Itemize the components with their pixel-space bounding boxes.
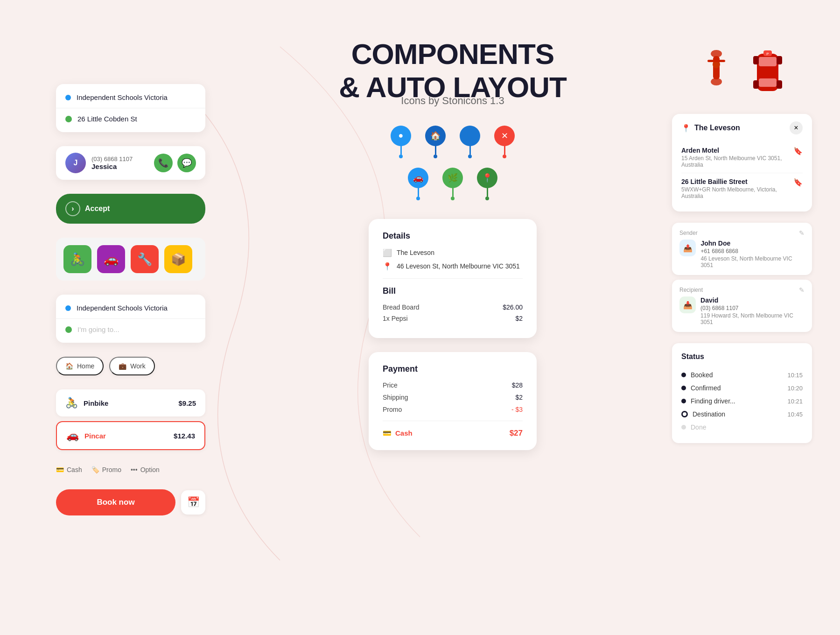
bill-row-2: 1x Pepsi $2 — [383, 315, 523, 322]
from-row-2: Independent Schools Victoria — [56, 297, 205, 318]
recipient-addr: 119 Howard St, North Melbourne VIC 3051 — [700, 312, 805, 325]
payment-shipping-row: Shipping $2 — [383, 394, 523, 401]
location-1-name: Arden Motel — [681, 147, 793, 154]
from-dot-2 — [65, 305, 71, 311]
bill-value-2: $2 — [515, 315, 523, 322]
pins-row-top: ● 🏠 👤 ✕ — [391, 126, 515, 158]
service-package-icon[interactable]: 📦 — [164, 245, 192, 273]
cash-icon-small: 💳 — [383, 429, 392, 437]
location-header: 📍 The Leveson × — [681, 121, 803, 134]
svg-rect-6 — [759, 57, 777, 66]
location-item-1-text: Arden Motel 15 Arden St, North Melbourne… — [681, 147, 793, 168]
sender-icon-row: 📤 John Doe +61 6868 6868 46 Leveson St, … — [679, 240, 805, 268]
place-icon: ⬜ — [383, 248, 392, 257]
work-link[interactable]: 💼 Work — [109, 357, 154, 375]
payment-bar: 💳 Cash 🏷️ Promo ••• Option — [56, 464, 205, 475]
to-row-2[interactable]: I'm going to... — [56, 318, 205, 340]
location-item-2[interactable]: 26 Little Baillie Street 5WXW+GR North M… — [681, 173, 803, 204]
vehicle-options: 🚴 Pinbike $9.25 🚗 Pincar $12.43 — [56, 389, 205, 450]
svg-rect-10 — [753, 80, 759, 89]
status-finding: Finding driver... 10:21 — [681, 395, 803, 408]
work-label: Work — [130, 362, 145, 370]
pinbike-icon: 🚴 — [65, 397, 78, 409]
vehicle-pinbike[interactable]: 🚴 Pinbike $9.25 — [56, 389, 205, 416]
cash-label-row: 💳 Cash — [383, 429, 413, 437]
payment-title: Payment — [383, 364, 523, 374]
sender-edit-icon[interactable]: ✎ — [799, 229, 805, 237]
service-car-icon[interactable]: 🚗 — [97, 245, 125, 273]
recipient-phone: (03) 6868 1107 — [700, 305, 805, 311]
status-title: Status — [681, 353, 803, 361]
status-destination-time: 10:45 — [787, 411, 803, 418]
location-pin-icon: 📍 — [681, 124, 691, 133]
payment-promo-row: Promo - $3 — [383, 406, 523, 413]
promo-icon: 🏷️ — [91, 466, 99, 473]
pin-dot-2 — [434, 155, 437, 158]
promo-option[interactable]: 🏷️ Promo — [91, 466, 121, 473]
more-option[interactable]: ••• Option — [131, 466, 160, 473]
sender-card: Sender ✎ 📤 John Doe +61 6868 6868 46 Lev… — [672, 223, 812, 275]
bookmark-2-icon[interactable]: 🔖 — [793, 178, 803, 187]
recipient-role: Recipient — [679, 287, 703, 293]
status-destination: Destination 10:45 — [681, 408, 803, 421]
recipient-header: Recipient ✎ — [679, 286, 805, 294]
recipient-avatar: 📥 — [679, 296, 696, 313]
to-placeholder[interactable]: I'm going to... — [77, 325, 119, 333]
book-now-button[interactable]: Book now — [56, 489, 175, 515]
status-destination-left: Destination — [681, 410, 725, 418]
more-label: Option — [140, 466, 160, 473]
svg-rect-4 — [707, 60, 725, 62]
cash-text: Cash — [395, 429, 413, 437]
bookmark-1-icon[interactable]: 🔖 — [793, 147, 803, 155]
pincar-price: $12.43 — [174, 432, 195, 440]
to-text: 26 Little Cobden St — [77, 115, 137, 123]
quick-links: 🏠 Home 💼 Work — [56, 357, 205, 375]
pinbike-name: Pinbike — [84, 399, 173, 407]
pin-head-7: 📍 — [477, 168, 497, 188]
recipient-edit-icon[interactable]: ✎ — [799, 286, 805, 294]
svg-rect-11 — [777, 80, 782, 89]
search-card-2: Independent Schools Victoria I'm going t… — [56, 295, 205, 343]
location-card: 📍 The Leveson × Arden Motel 15 Arden St,… — [672, 114, 812, 212]
accept-button[interactable]: › Accept — [56, 194, 205, 224]
calendar-button[interactable]: 📅 — [181, 490, 205, 515]
pin-stem-5 — [418, 187, 419, 197]
vehicle-pincar[interactable]: 🚗 Pincar $12.43 — [56, 421, 205, 450]
contact-actions: 📞 💬 — [154, 154, 196, 172]
svg-rect-9 — [777, 56, 782, 64]
pincar-icon: 🚗 — [66, 430, 79, 442]
service-tools-icon[interactable]: 🔧 — [131, 245, 159, 273]
pin-dot-7 — [485, 197, 489, 200]
cash-total-row: 💳 Cash $27 — [383, 429, 523, 438]
sender-name: John Doe — [700, 240, 805, 247]
from-text-2: Independent Schools Victoria — [77, 304, 168, 312]
recipient-name: David — [700, 296, 805, 304]
call-button[interactable]: 📞 — [154, 154, 173, 172]
details-title: Details — [383, 231, 523, 241]
car-top-svg: P — [751, 47, 784, 98]
promo-row-value: - $3 — [511, 406, 523, 413]
address-icon: 📍 — [383, 262, 392, 271]
pin-dot-1 — [399, 155, 403, 158]
message-button[interactable]: 💬 — [177, 154, 196, 172]
home-link[interactable]: 🏠 Home — [56, 357, 104, 375]
location-close-button[interactable]: × — [790, 121, 803, 134]
left-panel: Independent Schools Victoria 26 Little C… — [0, 0, 243, 635]
status-card: Status Booked 10:15 Confirmed 10:20 Find… — [672, 343, 812, 443]
cash-total: $27 — [510, 429, 523, 438]
status-booked-label: Booked — [691, 371, 713, 379]
pin-5: 🚗 — [408, 168, 428, 200]
search-card-1: Independent Schools Victoria 26 Little C… — [56, 84, 205, 132]
bill-title: Bill — [383, 286, 523, 296]
location-2-addr: 5WXW+GR North Melbourne, Victoria, Austr… — [681, 186, 793, 199]
shipping-label: Shipping — [383, 394, 408, 401]
status-booked-left: Booked — [681, 371, 713, 379]
service-bike-icon[interactable]: 🚴 — [63, 245, 91, 273]
bill-value-1: $26.00 — [503, 303, 523, 311]
cash-option[interactable]: 💳 Cash — [56, 466, 82, 473]
cars-view: P — [672, 47, 812, 103]
svg-rect-8 — [753, 56, 759, 64]
pin-dot-6 — [451, 197, 455, 200]
location-item-1[interactable]: Arden Motel 15 Arden St, North Melbourne… — [681, 142, 803, 173]
to-dot — [65, 116, 72, 122]
